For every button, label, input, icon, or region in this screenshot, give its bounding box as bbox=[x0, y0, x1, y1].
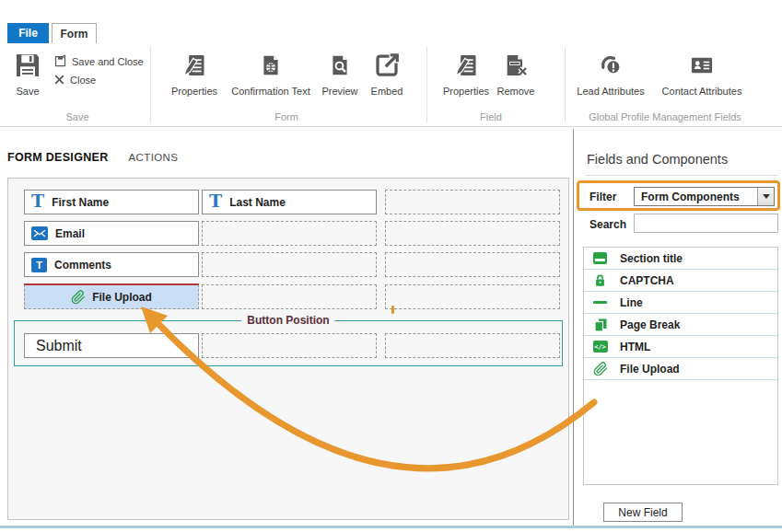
designer-tabs: FORM DESIGNER ACTIONS bbox=[7, 151, 178, 164]
dropdown-button[interactable] bbox=[757, 188, 774, 205]
save-and-close-label: Save and Close bbox=[72, 56, 144, 67]
line-icon bbox=[592, 301, 608, 304]
form-properties-button[interactable]: Properties bbox=[150, 49, 239, 106]
field-first-name[interactable]: T First Name bbox=[24, 190, 199, 214]
page-break-icon bbox=[592, 318, 608, 332]
field-properties-button[interactable]: Properties bbox=[438, 49, 494, 106]
search-label: Search bbox=[589, 218, 626, 231]
list-item-label: CAPTCHA bbox=[620, 274, 674, 287]
ribbon-separator bbox=[426, 47, 427, 122]
contact-attributes-button[interactable]: Contact Attributes bbox=[658, 49, 746, 106]
tab-actions[interactable]: ACTIONS bbox=[128, 152, 178, 163]
tab-form-designer[interactable]: FORM DESIGNER bbox=[7, 151, 108, 164]
contact-attributes-label: Contact Attributes bbox=[662, 86, 742, 97]
empty-cell[interactable] bbox=[202, 221, 377, 246]
ribbon-group-label-form: Form bbox=[274, 111, 298, 122]
embed-label: Embed bbox=[371, 86, 403, 97]
insertion-marker bbox=[391, 306, 394, 314]
window-bottom-border bbox=[0, 526, 782, 528]
field-comments[interactable]: T Comments bbox=[24, 252, 199, 277]
remove-label: Remove bbox=[497, 86, 535, 97]
field-last-name[interactable]: T Last Name bbox=[202, 190, 377, 214]
field-label: First Name bbox=[52, 196, 109, 209]
lead-attributes-button[interactable]: Lead Attributes bbox=[566, 49, 655, 106]
empty-cell[interactable] bbox=[385, 190, 560, 214]
lead-attributes-label: Lead Attributes bbox=[577, 86, 644, 97]
button-position-fieldset: Button Position Submit bbox=[14, 320, 563, 366]
list-item-label: HTML bbox=[620, 341, 650, 353]
ribbon-group-label-save: Save bbox=[65, 111, 88, 122]
confirmation-text-icon bbox=[259, 49, 283, 82]
list-item-captcha[interactable]: CAPTCHA bbox=[584, 270, 777, 292]
list-item-file-upload[interactable]: File Upload bbox=[584, 358, 777, 380]
form-properties-label: Properties bbox=[171, 86, 217, 97]
field-label: File Upload bbox=[92, 291, 152, 304]
field-label: Last Name bbox=[229, 196, 286, 209]
drop-indicator bbox=[24, 283, 199, 285]
text-field-icon: T bbox=[31, 192, 44, 210]
save-and-close-button[interactable]: Save and Close bbox=[53, 54, 144, 68]
field-label: Email bbox=[55, 227, 85, 240]
field-email[interactable]: Email bbox=[24, 221, 199, 246]
embed-icon bbox=[373, 49, 401, 82]
filter-label: Filter bbox=[589, 191, 616, 203]
paperclip-icon bbox=[71, 290, 86, 305]
properties-icon bbox=[453, 49, 479, 82]
email-icon bbox=[31, 226, 48, 240]
contact-attributes-icon bbox=[688, 49, 716, 82]
submit-label: Submit bbox=[36, 338, 82, 354]
properties-icon bbox=[181, 49, 207, 82]
filter-value: Form Components bbox=[635, 191, 757, 203]
paperclip-icon bbox=[592, 362, 608, 376]
ribbon-separator bbox=[565, 47, 566, 122]
html-icon: </> bbox=[592, 341, 608, 353]
close-icon bbox=[53, 74, 65, 86]
close-label: Close bbox=[70, 75, 96, 86]
lead-attributes-icon bbox=[597, 49, 624, 82]
list-item-section-title[interactable]: Section title bbox=[584, 248, 777, 270]
field-properties-label: Properties bbox=[443, 86, 489, 97]
list-item-label: Page Break bbox=[620, 318, 680, 331]
lock-icon bbox=[592, 273, 608, 287]
list-item-page-break[interactable]: Page Break bbox=[584, 314, 777, 336]
embed-button[interactable]: Embed bbox=[343, 49, 431, 106]
save-button[interactable]: Save bbox=[2, 49, 53, 106]
list-item-html[interactable]: </> HTML bbox=[584, 336, 777, 358]
form-designer-window: File Form Save Save and Close Close Save bbox=[0, 0, 782, 532]
empty-cell[interactable] bbox=[385, 252, 560, 277]
empty-cell[interactable] bbox=[385, 221, 560, 246]
search-input[interactable] bbox=[634, 214, 778, 233]
section-title-icon bbox=[592, 252, 608, 264]
close-button[interactable]: Close bbox=[53, 74, 96, 86]
field-label: Comments bbox=[54, 259, 111, 272]
form-canvas: T First Name T Last Name Email T Comment… bbox=[7, 178, 569, 520]
field-file-upload[interactable]: File Upload bbox=[24, 284, 199, 309]
empty-cell[interactable] bbox=[385, 284, 560, 309]
empty-cell[interactable] bbox=[202, 333, 377, 358]
list-item-label: File Upload bbox=[620, 363, 680, 376]
button-position-legend: Button Position bbox=[241, 314, 334, 327]
empty-cell[interactable] bbox=[202, 284, 377, 309]
ribbon-tab-file[interactable]: File bbox=[7, 23, 49, 43]
save-icon bbox=[13, 49, 42, 82]
components-list: Section title CAPTCHA Line Page Break </… bbox=[583, 247, 778, 485]
panel-divider-line bbox=[586, 175, 778, 176]
new-field-button[interactable]: New Field bbox=[603, 503, 683, 522]
panel-divider bbox=[573, 129, 574, 528]
empty-cell[interactable] bbox=[385, 333, 560, 358]
list-item-line[interactable]: Line bbox=[584, 292, 777, 314]
list-item-label: Line bbox=[620, 296, 643, 309]
remove-button[interactable]: Remove bbox=[492, 49, 540, 106]
save-label: Save bbox=[16, 86, 39, 97]
remove-icon bbox=[503, 49, 529, 82]
submit-button[interactable]: Submit bbox=[24, 333, 199, 358]
ribbon: Save Save and Close Close Save Propertie… bbox=[0, 43, 782, 127]
list-item-label: Section title bbox=[620, 252, 683, 265]
empty-cell[interactable] bbox=[202, 252, 377, 277]
chevron-down-icon bbox=[763, 194, 770, 199]
ribbon-group-label-gpmf: Global Profile Management Fields bbox=[589, 111, 741, 122]
filter-dropdown[interactable]: Form Components bbox=[634, 187, 775, 206]
ribbon-group-label-field: Field bbox=[480, 111, 502, 122]
ribbon-tab-form[interactable]: Form bbox=[52, 23, 97, 43]
textarea-icon: T bbox=[31, 258, 47, 272]
